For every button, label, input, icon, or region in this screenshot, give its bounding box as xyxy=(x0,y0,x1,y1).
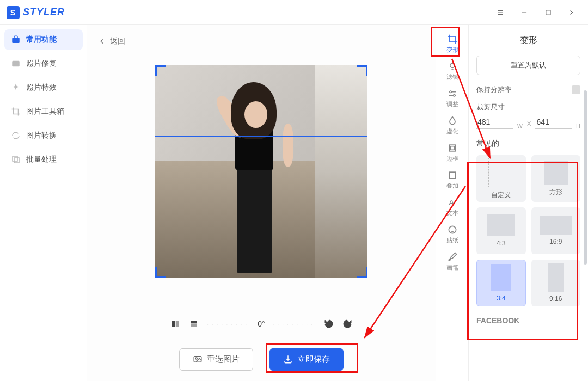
ratio-label: 3:4 xyxy=(497,294,506,302)
ratio-label: 16:9 xyxy=(549,238,562,245)
sidebar-item-label: 常用功能 xyxy=(26,35,57,45)
reselect-button[interactable]: 重选图片 xyxy=(179,348,253,371)
ratio-9-16[interactable]: 9:16 xyxy=(531,260,581,306)
crop-handle-tl[interactable] xyxy=(155,65,166,76)
rotation-angle: 0° xyxy=(258,319,265,328)
ratio-grid: 自定义 方形 4:3 16:9 3:4 9:16 xyxy=(476,155,580,306)
rotate-cw-icon[interactable] xyxy=(342,318,353,329)
ratio-custom[interactable]: 自定义 xyxy=(476,155,526,202)
tool-transform[interactable]: 变形 xyxy=(439,30,465,57)
image-icon xyxy=(11,59,21,69)
tool-sticker[interactable]: 贴纸 xyxy=(439,221,465,247)
crop-grid-line xyxy=(297,65,297,278)
maximize-button[interactable] xyxy=(539,3,558,22)
tool-overlay[interactable]: 叠加 xyxy=(439,167,465,193)
keep-resolution-checkbox[interactable] xyxy=(572,85,580,94)
facebook-section-title: FACEBOOK xyxy=(476,316,580,325)
sidebar-item-effects[interactable]: 照片特效 xyxy=(4,77,83,98)
crop-handle-bl[interactable] xyxy=(155,267,166,278)
sticker-icon xyxy=(447,224,458,235)
svg-rect-11 xyxy=(450,146,454,150)
sidebar-item-toolbox[interactable]: 图片工具箱 xyxy=(4,101,83,122)
titlebar: S STYLER xyxy=(0,0,588,25)
crop-area[interactable] xyxy=(155,65,367,278)
height-unit: H xyxy=(576,122,580,129)
svg-point-8 xyxy=(450,91,451,93)
save-button[interactable]: 立即保存 xyxy=(270,348,344,371)
tool-text[interactable]: A 文本 xyxy=(439,194,465,220)
tool-border[interactable]: 边框 xyxy=(439,139,465,165)
crop-grid-line xyxy=(155,207,367,207)
size-separator: X xyxy=(527,120,531,129)
sidebar-item-batch[interactable]: 批量处理 xyxy=(4,149,83,170)
properties-panel: 变形 重置为默认 保持分辨率 裁剪尺寸 W X H 常见的 自定义 方形 4:3 xyxy=(468,25,588,381)
svg-rect-12 xyxy=(449,172,456,179)
svg-point-6 xyxy=(195,358,197,359)
crop-handle-tr[interactable] xyxy=(357,65,367,76)
crop-size-label: 裁剪尺寸 xyxy=(476,102,505,112)
crop-height-input[interactable] xyxy=(535,115,572,129)
tool-adjust[interactable]: 调整 xyxy=(439,85,465,111)
crop-icon xyxy=(11,107,21,116)
briefcase-icon xyxy=(11,35,21,45)
ratio-3-4[interactable]: 3:4 xyxy=(476,260,526,306)
keep-resolution-row[interactable]: 保持分辨率 xyxy=(476,85,580,95)
tool-label: 文本 xyxy=(446,209,458,217)
minimize-button[interactable] xyxy=(515,3,534,22)
app-logo: S STYLER xyxy=(7,6,65,19)
sparkle-icon xyxy=(11,83,21,93)
svg-rect-0 xyxy=(546,10,550,14)
svg-rect-1 xyxy=(12,38,20,43)
ratio-16-9[interactable]: 16:9 xyxy=(531,207,581,254)
refresh-icon xyxy=(11,131,21,140)
crop-size-inputs: W X H xyxy=(476,115,580,129)
tool-brush[interactable]: 画笔 xyxy=(439,248,465,274)
canvas[interactable] xyxy=(87,58,436,310)
reset-button[interactable]: 重置为默认 xyxy=(476,56,580,75)
keep-resolution-label: 保持分辨率 xyxy=(476,85,512,95)
text-icon: A xyxy=(447,197,458,208)
sliders-icon xyxy=(447,88,458,99)
menu-button[interactable] xyxy=(491,3,510,22)
stack-icon xyxy=(11,155,21,164)
tool-label: 贴纸 xyxy=(446,236,458,244)
sidebar-item-repair[interactable]: 照片修复 xyxy=(4,53,83,74)
brush-icon xyxy=(447,251,458,262)
save-label: 立即保存 xyxy=(297,354,330,365)
ratio-square[interactable]: 方形 xyxy=(531,155,581,202)
rotate-ccw-icon[interactable] xyxy=(323,318,334,329)
panel-scrollbar[interactable] xyxy=(584,90,587,265)
image-icon xyxy=(193,354,203,364)
sidebar-item-common[interactable]: 常用功能 xyxy=(4,29,83,50)
editor-area: 返回 xyxy=(87,25,436,381)
sidebar-item-convert[interactable]: 图片转换 xyxy=(4,125,83,146)
sidebar-item-label: 照片修复 xyxy=(26,59,57,69)
sidebar-item-label: 图片工具箱 xyxy=(26,107,64,116)
svg-rect-4 xyxy=(14,158,19,163)
width-unit: W xyxy=(517,122,523,129)
bulb-icon xyxy=(447,61,458,72)
tool-label: 画笔 xyxy=(446,263,458,272)
flip-vertical-icon[interactable] xyxy=(188,318,199,329)
tool-label: 调整 xyxy=(446,100,458,108)
crop-handle-br[interactable] xyxy=(357,267,367,278)
svg-rect-3 xyxy=(13,156,17,161)
ratio-label: 4:3 xyxy=(497,239,506,247)
layers-icon xyxy=(447,170,458,181)
flip-horizontal-icon[interactable] xyxy=(170,318,181,329)
download-icon xyxy=(283,354,293,364)
panel-title: 变形 xyxy=(469,25,588,56)
reselect-label: 重选图片 xyxy=(207,354,240,365)
drop-icon xyxy=(447,115,458,126)
svg-text:A: A xyxy=(449,198,454,207)
svg-point-9 xyxy=(453,94,455,96)
crop-width-input[interactable] xyxy=(476,115,513,129)
back-button[interactable]: 返回 xyxy=(87,25,436,58)
tool-blur[interactable]: 虚化 xyxy=(439,112,465,138)
photo-subject xyxy=(223,82,299,273)
tool-filter[interactable]: 滤镜 xyxy=(439,58,465,84)
tool-label: 变形 xyxy=(446,46,458,54)
close-button[interactable] xyxy=(563,3,581,22)
ratio-4-3[interactable]: 4:3 xyxy=(476,207,526,254)
sidebar-item-label: 照片特效 xyxy=(26,83,57,93)
